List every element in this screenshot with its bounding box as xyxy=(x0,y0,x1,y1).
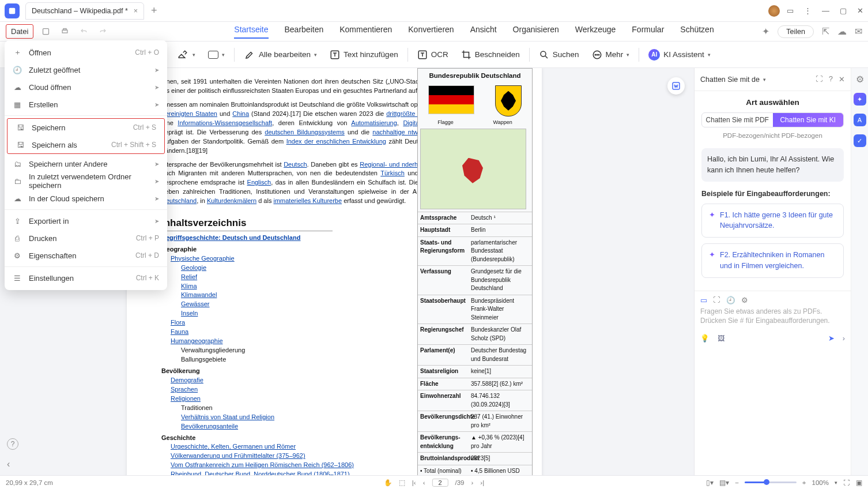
menu-save-cloud[interactable]: ☁In der Cloud speichern➤ xyxy=(5,190,167,207)
wiki-infobox: Bundesrepublik Deutschland FlaggeWappen … xyxy=(417,68,533,475)
tab-organisieren[interactable]: Organisieren xyxy=(513,25,559,39)
view-single-icon[interactable]: ▯▾ xyxy=(706,479,714,487)
user-avatar[interactable] xyxy=(768,5,780,17)
rail-translate-icon[interactable]: A xyxy=(854,114,866,126)
infobox-row: StaatsoberhauptBundespräsident Frank-Wal… xyxy=(418,295,532,324)
search-tool[interactable]: Suchen xyxy=(535,47,583,62)
ai-close-icon[interactable]: ✕ xyxy=(839,75,845,84)
ocr-tool[interactable]: OCR xyxy=(414,47,452,62)
mail-icon[interactable]: ✉ xyxy=(855,26,862,37)
tab-startseite[interactable]: Startseite xyxy=(234,25,268,39)
svg-point-6 xyxy=(541,51,546,57)
view-scroll-icon[interactable]: ▤▾ xyxy=(719,479,729,487)
ai-input-placeholder[interactable]: Fragen Sie etwas anderes als zu PDFs. Dr… xyxy=(700,307,845,326)
menu-properties[interactable]: ⚙EigenschaftenCtrl + D xyxy=(5,247,167,264)
tab-konvertieren[interactable]: Konvertieren xyxy=(408,25,454,39)
menu-recent[interactable]: 🕘Zuletzt geöffnet➤ xyxy=(5,61,167,78)
rail-ai-icon[interactable]: ✦ xyxy=(854,93,866,106)
menu-save-other[interactable]: 🗂Speichern unter Andere➤ xyxy=(5,155,167,172)
file-menu-dropdown: ＋ÖffnenCtrl + O 🕘Zuletzt geöffnet➤ ☁Clou… xyxy=(5,40,167,290)
ai-example-2[interactable]: ✦F2. Erzähltechniken in Romanen und in F… xyxy=(701,243,844,278)
tab-close-icon[interactable]: × xyxy=(134,7,138,15)
menu-bar: Datei Startseite Bearbeiten Kommentieren… xyxy=(0,22,868,42)
attach-pdf-icon[interactable]: ▭ xyxy=(700,296,707,304)
document-tab[interactable]: Deutschland – Wikipedia.pdf * × xyxy=(25,2,144,20)
settings-icon[interactable]: ⚙ xyxy=(741,296,748,304)
seg-pdf[interactable]: Chatten Sie mit PDF xyxy=(702,113,773,127)
edit-all-tool[interactable]: Alle bearbeiten▾ xyxy=(240,47,320,62)
tab-bearbeiten[interactable]: Bearbeiten xyxy=(285,25,324,39)
ai-mode-dropdown[interactable]: Chatten Sie mit de▾ xyxy=(700,76,766,84)
image-icon[interactable]: 🖼 xyxy=(718,334,725,343)
ai-example-1[interactable]: ✦F1. Ich hätte gerne 3 Ideen für gute Ne… xyxy=(701,204,844,238)
tab-werkzeuge[interactable]: Werkzeuge xyxy=(575,25,616,39)
add-text-tool[interactable]: Text hinzufügen xyxy=(326,47,402,62)
window-maximize-icon[interactable]: ▢ xyxy=(840,6,847,15)
ai-expand-icon[interactable]: ⛶ xyxy=(816,75,823,84)
notifications-icon[interactable]: ▭ xyxy=(787,6,794,15)
menu-open[interactable]: ＋ÖffnenCtrl + O xyxy=(5,44,167,61)
zoom-in-icon[interactable]: + xyxy=(802,479,806,486)
hand-tool-icon[interactable]: ✋ xyxy=(384,479,392,487)
new-tab-button[interactable]: + xyxy=(151,5,157,17)
menu-create[interactable]: ▦Erstellen➤ xyxy=(5,96,167,113)
select-tool-icon[interactable]: ⬚ xyxy=(399,479,405,487)
link-icon[interactable]: ⇱ xyxy=(822,26,829,37)
file-menu-button[interactable]: Datei xyxy=(6,24,33,39)
page-input[interactable]: 2 xyxy=(432,479,448,487)
seg-ki[interactable]: Chatten Sie mit KI xyxy=(773,113,844,127)
menu-cloud-open[interactable]: ☁Cloud öffnen➤ xyxy=(5,78,167,96)
toc-heading: Inhaltsverzeichnis xyxy=(161,216,333,231)
bulb-icon[interactable]: 💡 xyxy=(700,334,710,343)
zoom-out-icon[interactable]: − xyxy=(735,479,739,486)
highlighter-tool[interactable]: ▾ xyxy=(173,47,199,62)
help-icon[interactable]: ? xyxy=(7,438,18,450)
fit-width-icon[interactable]: ⛶ xyxy=(843,479,850,486)
flag-germany-icon xyxy=(428,85,474,114)
share-button[interactable]: Teilen xyxy=(778,25,814,38)
menu-save-recent-folder[interactable]: 🗀In zuletzt verwendetem Ordner speichern… xyxy=(5,172,167,190)
prev-page-icon[interactable]: ‹ xyxy=(423,479,425,486)
menu-settings[interactable]: ☰EinstellungenCtrl + K xyxy=(5,269,167,287)
tab-formular[interactable]: Formular xyxy=(632,25,664,39)
menu-save[interactable]: 🖫SpeichernCtrl + S xyxy=(7,119,164,136)
zoom-value[interactable]: 100% xyxy=(812,479,829,486)
redo-icon[interactable] xyxy=(99,27,107,36)
rail-check-icon[interactable]: ✓ xyxy=(854,134,866,147)
send-icon[interactable]: ➤ xyxy=(828,334,835,343)
menu-print[interactable]: ⎙DruckenCtrl + P xyxy=(5,230,167,247)
first-page-icon[interactable]: |‹ xyxy=(412,479,416,486)
print-icon[interactable] xyxy=(61,27,69,36)
infobox-row: Fläche357.588[2] (62.) km² xyxy=(418,378,532,390)
right-side-rail: ⚙ ✦ A ✓ xyxy=(851,68,868,475)
cloud-upload-icon[interactable]: ☁ xyxy=(837,26,847,37)
convert-word-floating-icon[interactable] xyxy=(667,77,685,95)
ai-help-icon[interactable]: ? xyxy=(829,75,833,84)
main-tabs: Startseite Bearbeiten Kommentieren Konve… xyxy=(234,25,714,39)
window-minimize-icon[interactable]: — xyxy=(822,6,829,15)
menu-export[interactable]: ⇪Exportiert in➤ xyxy=(5,212,167,230)
ai-assistant-button[interactable]: AIKI Assistent▾ xyxy=(645,47,714,63)
bulb-icon[interactable]: ✦ xyxy=(762,26,769,37)
collapse-sidebar-icon[interactable]: ‹ xyxy=(7,459,10,469)
crop-tool[interactable]: Beschneiden xyxy=(458,47,523,62)
menu-save-as[interactable]: 🖫Speichern alsCtrl + Shift + S xyxy=(7,136,164,153)
ai-type-segment[interactable]: Chatten Sie mit PDF Chatten Sie mit KI xyxy=(701,112,844,127)
history-icon[interactable]: 🕘 xyxy=(726,296,735,304)
kebab-menu-icon[interactable]: ⋮ xyxy=(804,6,812,15)
last-page-icon[interactable]: ›| xyxy=(480,479,484,486)
fullscreen-icon[interactable]: ▣ xyxy=(856,479,862,487)
expand-icon[interactable]: › xyxy=(843,334,845,343)
zoom-slider[interactable] xyxy=(745,482,797,483)
tab-schuetzen[interactable]: Schützen xyxy=(680,25,714,39)
tab-ansicht[interactable]: Ansicht xyxy=(470,25,497,39)
screenshot-icon[interactable]: ⛶ xyxy=(713,296,720,304)
tab-kommentieren[interactable]: Kommentieren xyxy=(339,25,392,39)
shape-tool[interactable]: ▾ xyxy=(205,48,228,61)
next-page-icon[interactable]: › xyxy=(471,479,474,486)
rail-tune-icon[interactable]: ⚙ xyxy=(856,74,864,85)
more-tools[interactable]: Mehr▾ xyxy=(588,47,633,62)
undo-icon[interactable] xyxy=(80,27,88,36)
save-icon[interactable] xyxy=(41,27,50,36)
window-close-icon[interactable]: ✕ xyxy=(857,6,863,15)
